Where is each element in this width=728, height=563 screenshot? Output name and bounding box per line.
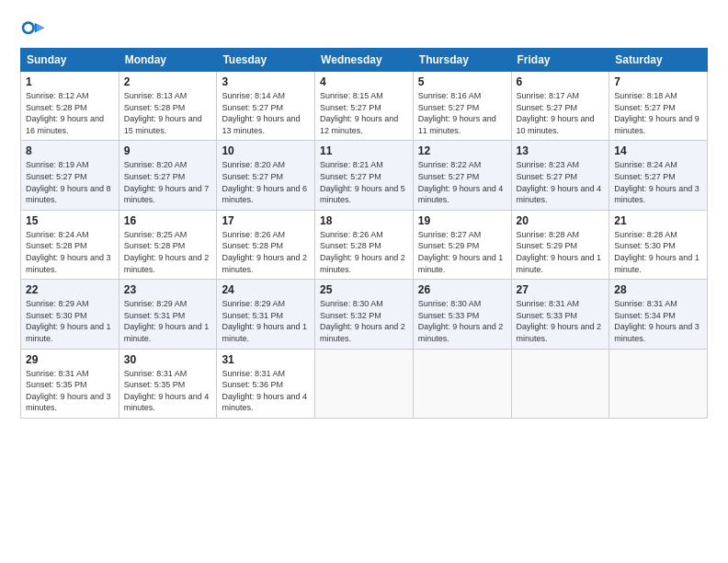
day-number: 27 [517, 283, 605, 296]
calendar-cell: 31 Sunrise: 8:31 AM Sunset: 5:36 PM Dayl… [217, 349, 315, 418]
day-number: 16 [124, 214, 212, 227]
calendar-cell [511, 349, 609, 418]
calendar-cell: 26 Sunrise: 8:30 AM Sunset: 5:33 PM Dayl… [413, 280, 511, 349]
day-number: 17 [222, 214, 310, 227]
day-info: Sunrise: 8:12 AM Sunset: 5:28 PM Dayligh… [26, 90, 114, 136]
day-number: 10 [222, 144, 310, 157]
day-info: Sunrise: 8:31 AM Sunset: 5:35 PM Dayligh… [124, 368, 212, 414]
day-info: Sunrise: 8:27 AM Sunset: 5:29 PM Dayligh… [418, 229, 506, 275]
day-number: 18 [320, 214, 408, 227]
day-info: Sunrise: 8:31 AM Sunset: 5:34 PM Dayligh… [614, 298, 702, 344]
day-number: 3 [222, 75, 310, 88]
day-number: 7 [614, 75, 702, 88]
calendar-cell: 6 Sunrise: 8:17 AM Sunset: 5:27 PM Dayli… [511, 72, 609, 141]
calendar-header-tuesday: Tuesday [217, 49, 315, 72]
day-number: 9 [124, 144, 212, 157]
calendar-cell: 2 Sunrise: 8:13 AM Sunset: 5:28 PM Dayli… [119, 72, 217, 141]
day-info: Sunrise: 8:21 AM Sunset: 5:27 PM Dayligh… [320, 159, 408, 205]
calendar-cell: 18 Sunrise: 8:26 AM Sunset: 5:28 PM Dayl… [315, 210, 414, 279]
page: SundayMondayTuesdayWednesdayThursdayFrid… [0, 0, 728, 563]
calendar-cell: 15 Sunrise: 8:24 AM Sunset: 5:28 PM Dayl… [21, 210, 119, 279]
day-info: Sunrise: 8:15 AM Sunset: 5:27 PM Dayligh… [320, 90, 408, 136]
calendar-cell: 29 Sunrise: 8:31 AM Sunset: 5:35 PM Dayl… [21, 349, 119, 418]
day-number: 1 [26, 75, 114, 88]
day-number: 19 [418, 214, 506, 227]
day-number: 29 [26, 353, 114, 366]
day-info: Sunrise: 8:17 AM Sunset: 5:27 PM Dayligh… [517, 90, 605, 136]
day-info: Sunrise: 8:28 AM Sunset: 5:29 PM Dayligh… [517, 229, 605, 275]
day-number: 26 [418, 283, 506, 296]
day-info: Sunrise: 8:31 AM Sunset: 5:36 PM Dayligh… [222, 368, 310, 414]
day-number: 4 [320, 75, 408, 88]
calendar-cell: 11 Sunrise: 8:21 AM Sunset: 5:27 PM Dayl… [315, 141, 414, 210]
calendar-header-monday: Monday [119, 49, 217, 72]
day-info: Sunrise: 8:24 AM Sunset: 5:28 PM Dayligh… [26, 229, 114, 275]
calendar-cell: 14 Sunrise: 8:24 AM Sunset: 5:27 PM Dayl… [609, 141, 708, 210]
header [20, 17, 708, 42]
day-info: Sunrise: 8:25 AM Sunset: 5:28 PM Dayligh… [124, 229, 212, 275]
day-info: Sunrise: 8:30 AM Sunset: 5:33 PM Dayligh… [418, 298, 506, 344]
calendar-cell: 28 Sunrise: 8:31 AM Sunset: 5:34 PM Dayl… [609, 280, 708, 349]
calendar-header-wednesday: Wednesday [315, 49, 414, 72]
calendar-cell [609, 349, 708, 418]
day-number: 2 [124, 75, 212, 88]
calendar-week-4: 22 Sunrise: 8:29 AM Sunset: 5:30 PM Dayl… [21, 280, 708, 349]
day-number: 21 [614, 214, 702, 227]
calendar-header-saturday: Saturday [609, 49, 708, 72]
calendar-cell: 9 Sunrise: 8:20 AM Sunset: 5:27 PM Dayli… [119, 141, 217, 210]
calendar-header-thursday: Thursday [413, 49, 511, 72]
day-info: Sunrise: 8:29 AM Sunset: 5:31 PM Dayligh… [222, 298, 310, 344]
calendar-cell: 12 Sunrise: 8:22 AM Sunset: 5:27 PM Dayl… [413, 141, 511, 210]
calendar-cell: 24 Sunrise: 8:29 AM Sunset: 5:31 PM Dayl… [217, 280, 315, 349]
calendar-cell: 23 Sunrise: 8:29 AM Sunset: 5:31 PM Dayl… [119, 280, 217, 349]
calendar-cell: 1 Sunrise: 8:12 AM Sunset: 5:28 PM Dayli… [21, 72, 119, 141]
calendar-cell [413, 349, 511, 418]
day-info: Sunrise: 8:18 AM Sunset: 5:27 PM Dayligh… [614, 90, 702, 136]
calendar-week-5: 29 Sunrise: 8:31 AM Sunset: 5:35 PM Dayl… [21, 349, 708, 418]
calendar-table: SundayMondayTuesdayWednesdayThursdayFrid… [20, 48, 708, 419]
day-info: Sunrise: 8:16 AM Sunset: 5:27 PM Dayligh… [418, 90, 506, 136]
day-info: Sunrise: 8:31 AM Sunset: 5:35 PM Dayligh… [26, 368, 114, 414]
day-info: Sunrise: 8:13 AM Sunset: 5:28 PM Dayligh… [124, 90, 212, 136]
day-info: Sunrise: 8:23 AM Sunset: 5:27 PM Dayligh… [517, 159, 605, 205]
calendar-cell: 20 Sunrise: 8:28 AM Sunset: 5:29 PM Dayl… [511, 210, 609, 279]
calendar-cell [315, 349, 414, 418]
day-number: 25 [320, 283, 408, 296]
calendar-week-2: 8 Sunrise: 8:19 AM Sunset: 5:27 PM Dayli… [21, 141, 708, 210]
calendar-week-3: 15 Sunrise: 8:24 AM Sunset: 5:28 PM Dayl… [21, 210, 708, 279]
calendar-cell: 19 Sunrise: 8:27 AM Sunset: 5:29 PM Dayl… [413, 210, 511, 279]
calendar-cell: 4 Sunrise: 8:15 AM Sunset: 5:27 PM Dayli… [315, 72, 414, 141]
day-number: 30 [124, 353, 212, 366]
day-info: Sunrise: 8:31 AM Sunset: 5:33 PM Dayligh… [517, 298, 605, 344]
day-number: 8 [26, 144, 114, 157]
calendar-cell: 17 Sunrise: 8:26 AM Sunset: 5:28 PM Dayl… [217, 210, 315, 279]
day-number: 12 [418, 144, 506, 157]
day-number: 15 [26, 214, 114, 227]
logo-icon [20, 17, 46, 42]
calendar-cell: 8 Sunrise: 8:19 AM Sunset: 5:27 PM Dayli… [21, 141, 119, 210]
day-info: Sunrise: 8:14 AM Sunset: 5:27 PM Dayligh… [222, 90, 310, 136]
day-number: 11 [320, 144, 408, 157]
day-number: 24 [222, 283, 310, 296]
calendar-cell: 22 Sunrise: 8:29 AM Sunset: 5:30 PM Dayl… [21, 280, 119, 349]
calendar-cell: 25 Sunrise: 8:30 AM Sunset: 5:32 PM Dayl… [315, 280, 414, 349]
day-number: 14 [614, 144, 702, 157]
day-number: 23 [124, 283, 212, 296]
day-info: Sunrise: 8:26 AM Sunset: 5:28 PM Dayligh… [320, 229, 408, 275]
calendar-header-row: SundayMondayTuesdayWednesdayThursdayFrid… [21, 49, 708, 72]
day-info: Sunrise: 8:28 AM Sunset: 5:30 PM Dayligh… [614, 229, 702, 275]
calendar-cell: 27 Sunrise: 8:31 AM Sunset: 5:33 PM Dayl… [511, 280, 609, 349]
calendar-header-friday: Friday [511, 49, 609, 72]
day-info: Sunrise: 8:19 AM Sunset: 5:27 PM Dayligh… [26, 159, 114, 205]
day-number: 20 [517, 214, 605, 227]
day-info: Sunrise: 8:20 AM Sunset: 5:27 PM Dayligh… [222, 159, 310, 205]
logo [20, 17, 50, 42]
calendar-cell: 21 Sunrise: 8:28 AM Sunset: 5:30 PM Dayl… [609, 210, 708, 279]
day-number: 31 [222, 353, 310, 366]
calendar-week-1: 1 Sunrise: 8:12 AM Sunset: 5:28 PM Dayli… [21, 72, 708, 141]
day-info: Sunrise: 8:30 AM Sunset: 5:32 PM Dayligh… [320, 298, 408, 344]
calendar-cell: 16 Sunrise: 8:25 AM Sunset: 5:28 PM Dayl… [119, 210, 217, 279]
day-info: Sunrise: 8:26 AM Sunset: 5:28 PM Dayligh… [222, 229, 310, 275]
day-number: 22 [26, 283, 114, 296]
calendar-cell: 5 Sunrise: 8:16 AM Sunset: 5:27 PM Dayli… [413, 72, 511, 141]
